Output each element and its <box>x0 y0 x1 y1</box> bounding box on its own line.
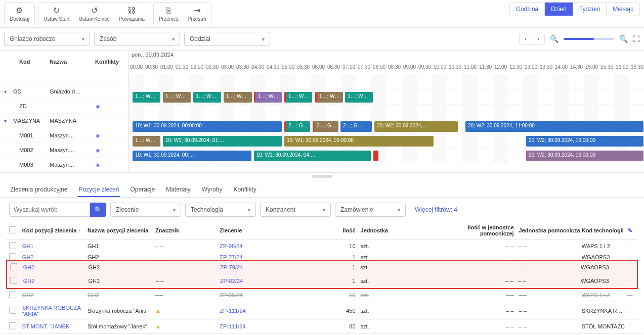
gantt-bar[interactable]: 10; W1; 30.09.2024, 05:00:00 <box>284 136 434 147</box>
zoom-in-icon[interactable]: 🔍 <box>619 35 628 43</box>
set-end-button[interactable]: ↺Ustaw Koniec <box>75 4 114 24</box>
tab-wyroby[interactable]: Wyroby <box>201 183 224 197</box>
gantt-bar[interactable]: 10; W1; 30.09.2024, 01:… <box>163 136 282 147</box>
row-actions[interactable]: ⋮ <box>625 243 635 250</box>
tech-select[interactable]: Technologia▾ <box>185 203 256 217</box>
edit-columns-icon[interactable]: ✎ <box>628 227 632 233</box>
col-jednostka[interactable]: Jednostka <box>361 227 440 233</box>
item-code-link[interactable]: GH2 <box>22 254 34 260</box>
gantt-bar[interactable]: 10; W1; 30.09.2024, 00:00:00 <box>133 121 282 132</box>
more-filters-link[interactable]: Więcej filtrów: 4 <box>415 206 457 213</box>
row-checkbox[interactable] <box>10 263 17 270</box>
customize-button[interactable]: ⚙Dostosuj <box>6 4 33 24</box>
col-zlecenie[interactable]: Zlecenie <box>220 227 336 233</box>
tab-zlecenia-produkcyjne[interactable]: Zlecenia produkcyjne <box>9 183 68 197</box>
expand-toggle[interactable]: ▾ <box>4 118 13 124</box>
order-link[interactable]: ZP-82/24 <box>220 278 243 284</box>
set-start-button[interactable]: ↻Ustaw Start <box>39 4 74 24</box>
gantt-bar[interactable]: 2…; G… <box>284 121 310 132</box>
item-code-link[interactable]: SKRZYNKA ROBOCZA "ANIA" <box>22 305 81 317</box>
select-all-checkbox[interactable] <box>9 226 16 233</box>
search-input[interactable] <box>9 203 90 217</box>
col-kod-tech[interactable]: Kod technologii <box>582 227 625 233</box>
row-actions[interactable]: ⋮ <box>624 278 634 284</box>
time-tick: 12:00 <box>493 64 508 70</box>
gantt-bar[interactable]: 1…; W… <box>133 92 160 103</box>
fullscreen-icon[interactable]: ⛶ <box>633 35 640 43</box>
gantt-bar[interactable]: 2…; G… <box>340 121 372 132</box>
item-code-link[interactable]: GH2 <box>23 278 35 284</box>
search-button[interactable]: 🔍 <box>90 203 106 217</box>
gantt-bar[interactable]: 1…; W… <box>224 92 252 103</box>
view-month[interactable]: Miesiąc <box>607 3 639 16</box>
row-checkbox[interactable] <box>10 277 17 284</box>
order-select[interactable]: Zlecenie▾ <box>110 203 181 217</box>
expand-toggle[interactable]: ▾ <box>4 89 13 94</box>
next-button[interactable]: › <box>532 33 544 44</box>
workcenter-select[interactable]: Gniazdo robocze▾ <box>4 32 90 46</box>
contractor-select[interactable]: Kontrahent▾ <box>260 203 331 217</box>
order-link[interactable]: ZP-98/24 <box>220 243 242 249</box>
department-select[interactable]: Oddział▾ <box>184 32 270 46</box>
row-checkbox[interactable] <box>9 253 16 260</box>
gantt-bar[interactable] <box>373 151 378 161</box>
item-marker: – – <box>156 264 220 270</box>
tab-konflikty[interactable]: Konflikty <box>232 183 257 197</box>
prev-button[interactable]: ‹ <box>520 33 532 44</box>
col-nazwa-pozycji[interactable]: Nazwa pozycji zlecenia <box>88 227 155 233</box>
col-jedn-pom[interactable]: Jednostka pomocnicza <box>519 227 582 233</box>
gantt-bar[interactable]: 20; W2; 30.09.2024, 13:00:00 <box>526 136 643 147</box>
pane-resize-handle[interactable] <box>312 175 332 178</box>
col-znacznik[interactable]: Znacznik <box>155 227 220 233</box>
row-checkbox[interactable] <box>9 307 16 314</box>
tab-pozycje-zleceń[interactable]: Pozycje zleceń <box>77 183 120 197</box>
tab-materiały[interactable]: Materiały <box>165 183 192 197</box>
zoom-slider[interactable] <box>564 38 614 40</box>
commission-select[interactable]: Zamówienie▾ <box>335 203 406 217</box>
row-checkbox[interactable] <box>9 242 16 249</box>
gantt-bar[interactable]: 10; W1; 30.09.2024, 00:… <box>133 151 251 161</box>
gantt-bar[interactable]: 20; W2; 30.09.2024, 11:00:00 <box>465 121 643 132</box>
shift-button[interactable]: ⇥Przesuń <box>184 4 210 24</box>
order-link[interactable]: ZP-77/24 <box>220 254 242 260</box>
col-ilosc[interactable]: Ilość <box>336 227 361 233</box>
order-link[interactable]: ZP-111/24 <box>220 308 245 314</box>
gantt-bar[interactable]: 1…; W… <box>193 92 221 103</box>
view-hour[interactable]: Godzina <box>510 3 545 16</box>
resource-code: M003 <box>13 162 50 168</box>
links-button[interactable]: ⛓Powiązania <box>115 4 149 24</box>
row-actions[interactable]: ⋮ <box>625 292 635 299</box>
col-ilosc-pom[interactable]: Ilość w jednostce pomocniczej <box>439 224 519 236</box>
gantt-bar[interactable]: 1…; W… <box>315 92 343 103</box>
gantt-bar[interactable]: 10; W1; 30.09.2024, 04:… <box>254 151 371 161</box>
col-kod-pozycji[interactable]: Kod pozycji zlecenia ↑ <box>22 227 88 233</box>
move-button[interactable]: ⎘Przenieś <box>155 4 183 24</box>
row-actions[interactable]: ⋮ <box>625 308 635 314</box>
gantt-bar[interactable]: 20; W2; 30.09.2024,… <box>374 121 458 132</box>
item-code-link[interactable]: GH1 <box>22 243 34 249</box>
row-actions[interactable]: ⋮ <box>625 323 635 330</box>
row-checkbox[interactable] <box>9 322 16 329</box>
tab-operacje[interactable]: Operacje <box>129 183 156 197</box>
gantt-bar[interactable]: 1…; W… <box>163 92 191 103</box>
table-row: GH2GH2– –ZP-82/241szt.– –– –WGAOPS3⋮ <box>7 274 637 288</box>
gantt-bar[interactable]: 1…; W… <box>345 92 373 103</box>
view-day[interactable]: Dzień <box>545 3 573 16</box>
resource-select[interactable]: Zasób▾ <box>94 32 180 46</box>
item-code-link[interactable]: GH2 <box>23 264 35 270</box>
item-code-link[interactable]: GH2 <box>22 292 34 298</box>
gantt-bar[interactable]: 1…; W… <box>284 92 312 103</box>
view-week[interactable]: Tydzień <box>573 3 607 16</box>
row-checkbox[interactable] <box>9 291 16 298</box>
gantt-bar[interactable]: 20; W2; 30.09.2024, 13:00:00 <box>526 151 643 161</box>
item-code-link[interactable]: ST MONT. "JANEK" <box>22 323 71 329</box>
gantt-bar[interactable]: 1…; W… <box>133 136 160 147</box>
row-actions[interactable]: ⋮ <box>624 264 634 271</box>
gantt-bar[interactable]: 2…; G… <box>313 121 338 132</box>
order-link[interactable]: ZP-111/24 <box>220 323 245 329</box>
zoom-out-icon[interactable]: 🔍 <box>550 35 559 43</box>
order-link[interactable]: ZP-79/24 <box>220 264 243 270</box>
order-link[interactable]: ZP-98/24 <box>220 292 242 298</box>
gantt-bar[interactable]: 1…; W… <box>254 92 282 103</box>
row-actions[interactable]: ⋮ <box>625 254 635 260</box>
